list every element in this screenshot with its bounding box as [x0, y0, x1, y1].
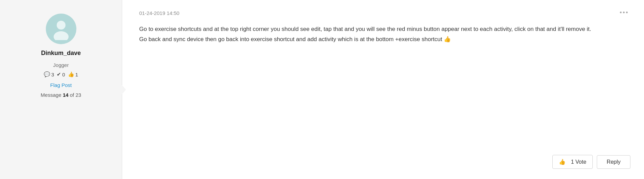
flag-post-link[interactable]: Flag Post — [50, 82, 72, 88]
dot-1 — [620, 12, 622, 13]
comment-stat: 💬 3 — [44, 71, 54, 77]
svg-point-1 — [57, 21, 66, 30]
user-stats: 💬 3 ✔ 0 👍 1 — [44, 71, 78, 77]
like-count: 1 — [75, 72, 78, 77]
post-body: Go to exercise shortcuts and at the top … — [139, 24, 597, 145]
message-of: of — [70, 92, 76, 98]
checkmark-count: 0 — [62, 72, 65, 77]
user-sidebar: Dinkum_dave Jogger 💬 3 ✔ 0 👍 1 Flag Post… — [0, 0, 122, 179]
message-number: 14 — [63, 92, 69, 98]
username: Dinkum_dave — [41, 50, 81, 57]
dot-3 — [626, 12, 628, 13]
avatar — [46, 14, 76, 44]
post-content-area: 01-24-2019 14:50 Go to exercise shortcut… — [122, 0, 644, 179]
message-info: Message 14 of 23 — [41, 92, 81, 98]
message-total: 23 — [75, 92, 81, 98]
post-timestamp: 01-24-2019 14:50 — [139, 10, 179, 16]
checkmark-stat: ✔ 0 — [57, 71, 65, 77]
vote-label: 1 Vote — [571, 159, 586, 165]
post-actions: 👍 1 Vote Reply — [139, 155, 630, 169]
like-icon: 👍 — [68, 71, 74, 77]
user-role: Jogger — [53, 62, 69, 68]
vote-button[interactable]: 👍 1 Vote — [552, 155, 593, 169]
reply-button[interactable]: Reply — [597, 155, 630, 169]
comment-icon: 💬 — [44, 71, 50, 77]
comment-count: 3 — [51, 72, 54, 77]
avatar-icon — [49, 16, 73, 41]
like-stat: 👍 1 — [68, 71, 78, 77]
dot-2 — [623, 12, 625, 13]
message-label: Message — [41, 92, 61, 98]
post-container: Dinkum_dave Jogger 💬 3 ✔ 0 👍 1 Flag Post… — [0, 0, 644, 179]
more-options-button[interactable] — [617, 10, 630, 15]
thumbs-up-icon: 👍 — [559, 159, 566, 165]
post-header: 01-24-2019 14:50 — [139, 10, 630, 16]
checkmark-icon: ✔ — [57, 71, 61, 77]
